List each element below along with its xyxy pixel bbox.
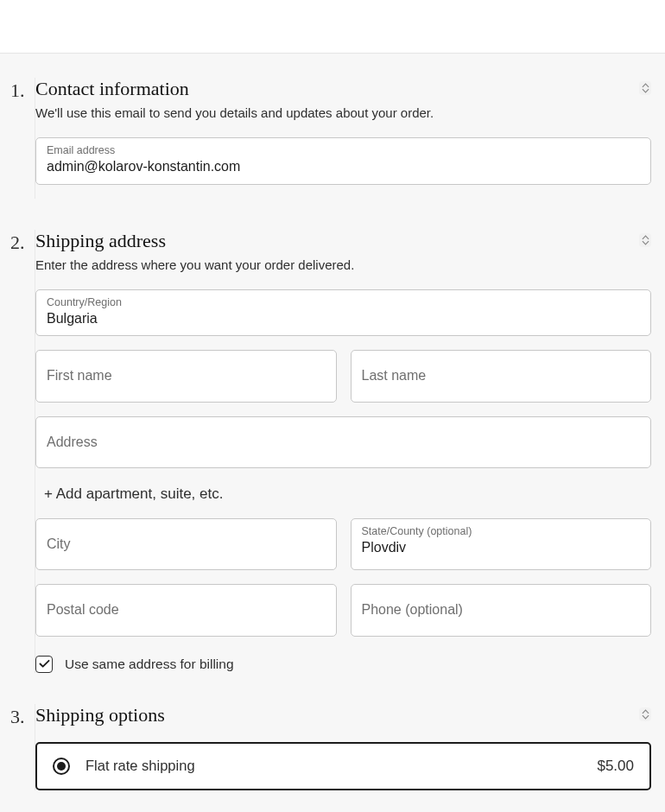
add-apartment-button[interactable]: + Add apartment, suite, etc. — [35, 482, 651, 518]
postal-field[interactable] — [35, 584, 337, 636]
country-label: Country/Region — [47, 295, 640, 309]
section-description: Enter the address where you want your or… — [35, 257, 651, 272]
first-name-field[interactable] — [35, 350, 337, 402]
section-number: 3. — [10, 704, 35, 728]
section-stepper[interactable] — [639, 707, 651, 721]
section-stepper[interactable] — [639, 233, 651, 247]
section-title: Shipping address — [35, 230, 651, 252]
radio-selected-icon — [57, 762, 66, 771]
same-billing-checkbox[interactable] — [35, 656, 53, 673]
section-number: 2. — [10, 230, 35, 254]
section-title: Shipping options — [35, 704, 651, 726]
shipping-option-name: Flat rate shipping — [86, 758, 581, 774]
state-field[interactable]: State/County (optional) — [351, 518, 652, 570]
city-input[interactable] — [47, 526, 326, 562]
phone-input[interactable] — [362, 592, 641, 628]
country-input[interactable] — [47, 309, 640, 328]
same-billing-label: Use same address for billing — [65, 657, 234, 672]
chevron-down-icon — [642, 714, 649, 720]
contact-section: 1. Contact information We'll use this em… — [10, 78, 651, 199]
email-label: Email address — [47, 143, 640, 157]
chevron-down-icon — [642, 240, 649, 245]
check-icon — [39, 659, 50, 669]
section-stepper[interactable] — [639, 81, 651, 95]
flat-rate-option[interactable]: Flat rate shipping $5.00 — [35, 742, 651, 790]
postal-input[interactable] — [47, 592, 326, 628]
first-name-input[interactable] — [47, 358, 326, 394]
state-input[interactable] — [362, 538, 641, 557]
country-field[interactable]: Country/Region — [35, 289, 651, 337]
email-field[interactable]: Email address — [35, 137, 651, 185]
city-field[interactable] — [35, 518, 337, 570]
top-bar — [0, 0, 665, 54]
section-number: 1. — [10, 78, 35, 102]
last-name-input[interactable] — [362, 358, 641, 394]
flat-rate-radio[interactable] — [53, 758, 70, 775]
address-input[interactable] — [47, 424, 640, 460]
checkout-form: 1. Contact information We'll use this em… — [0, 54, 665, 808]
phone-field[interactable] — [351, 584, 652, 636]
chevron-down-icon — [642, 88, 649, 93]
same-billing-row[interactable]: Use same address for billing — [35, 656, 651, 673]
section-title: Contact information — [35, 78, 651, 100]
address-field[interactable] — [35, 416, 651, 468]
shipping-option-price: $5.00 — [597, 758, 634, 775]
section-description: We'll use this email to send you details… — [35, 105, 651, 120]
last-name-field[interactable] — [351, 350, 652, 402]
shipping-section: 2. Shipping address Enter the address wh… — [10, 230, 651, 673]
state-label: State/County (optional) — [362, 524, 641, 538]
email-input[interactable] — [47, 157, 640, 176]
options-section: 3. Shipping options Flat rate shipping $… — [10, 704, 651, 790]
